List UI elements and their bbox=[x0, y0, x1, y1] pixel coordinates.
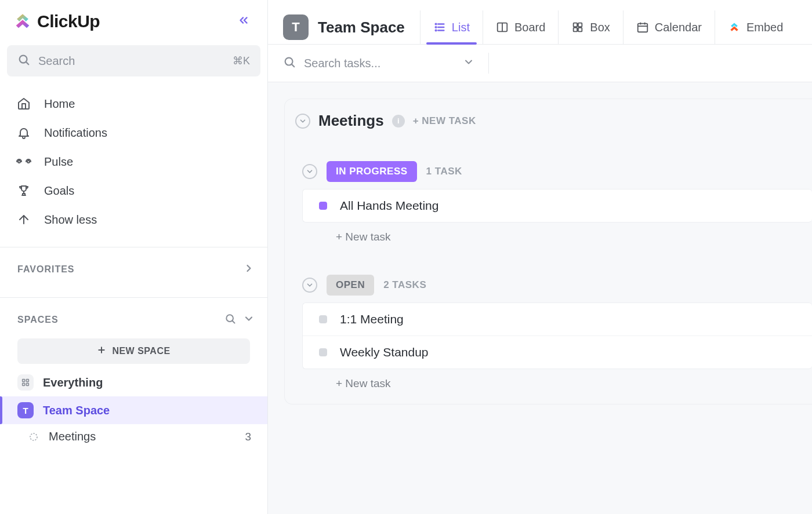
view-tab-box[interactable]: Box bbox=[558, 10, 622, 44]
space-title: Team Space bbox=[318, 19, 405, 37]
svg-point-19 bbox=[435, 30, 436, 31]
new-space-button[interactable]: NEW SPACE bbox=[17, 338, 250, 364]
filter-bar bbox=[268, 45, 812, 82]
space-team-space[interactable]: T Team Space bbox=[0, 396, 267, 424]
task-list: All Hands Meeting bbox=[302, 189, 812, 223]
chevron-right-icon bbox=[243, 263, 255, 276]
favorites-header[interactable]: FAVORITES bbox=[0, 247, 267, 285]
content-area: Meetings i + NEW TASK IN PROGRESS 1 TASK bbox=[268, 82, 812, 514]
svg-line-6 bbox=[233, 321, 235, 323]
trophy-icon bbox=[16, 183, 31, 198]
nav-home[interactable]: Home bbox=[6, 89, 262, 118]
status-pill[interactable]: OPEN bbox=[327, 275, 374, 296]
status-pill[interactable]: IN PROGRESS bbox=[327, 161, 417, 182]
svg-point-13 bbox=[30, 433, 37, 440]
pulse-icon bbox=[16, 154, 31, 169]
plus-icon bbox=[97, 345, 106, 357]
collapse-list-button[interactable] bbox=[295, 114, 310, 129]
status-header: IN PROGRESS 1 TASK bbox=[302, 161, 812, 182]
board-icon bbox=[496, 21, 509, 34]
info-icon[interactable]: i bbox=[392, 115, 405, 127]
view-tab-label: Board bbox=[514, 21, 545, 34]
nav-label: Goals bbox=[44, 184, 74, 198]
task-name: 1:1 Meeting bbox=[340, 312, 404, 326]
search-shortcut-label: ⌘K bbox=[233, 54, 250, 67]
list-header: Meetings i + NEW TASK bbox=[285, 108, 812, 138]
svg-rect-22 bbox=[574, 23, 577, 27]
sidebar: ClickUp ⌘K Home bbox=[0, 0, 268, 514]
sidebar-search-input[interactable] bbox=[38, 54, 224, 68]
list-bullet-icon bbox=[28, 431, 39, 443]
status-dot-icon[interactable] bbox=[319, 202, 327, 210]
status-header: OPEN 2 TASKS bbox=[302, 275, 812, 296]
brand-logo[interactable]: ClickUp bbox=[13, 12, 100, 31]
nav-label: Pulse bbox=[44, 155, 73, 169]
nav-show-less[interactable]: Show less bbox=[6, 205, 262, 234]
divider bbox=[488, 53, 489, 74]
svg-line-31 bbox=[292, 64, 294, 67]
svg-rect-23 bbox=[578, 23, 582, 27]
search-icon[interactable] bbox=[224, 313, 236, 327]
collapse-sidebar-button[interactable] bbox=[234, 12, 253, 31]
view-tab-calendar[interactable]: Calendar bbox=[623, 10, 715, 44]
svg-point-17 bbox=[435, 24, 436, 25]
nav-label: Notifications bbox=[44, 126, 107, 140]
spaces-header[interactable]: SPACES bbox=[0, 298, 267, 335]
task-search-input[interactable] bbox=[304, 57, 455, 70]
list-label: Meetings bbox=[49, 430, 235, 443]
space-breadcrumb[interactable]: T Team Space bbox=[283, 14, 420, 40]
nav-pulse[interactable]: Pulse bbox=[6, 147, 262, 176]
view-tab-board[interactable]: Board bbox=[483, 10, 558, 44]
nav-goals[interactable]: Goals bbox=[6, 176, 262, 205]
svg-rect-25 bbox=[578, 28, 582, 31]
collapse-group-button[interactable] bbox=[302, 164, 317, 179]
add-task-button[interactable]: + New task bbox=[302, 223, 812, 251]
box-icon bbox=[571, 21, 584, 34]
task-row[interactable]: All Hands Meeting bbox=[303, 189, 812, 222]
topbar: T Team Space List Board bbox=[268, 0, 812, 45]
list-title: Meetings bbox=[318, 112, 384, 130]
filter-dropdown-toggle[interactable] bbox=[463, 56, 474, 70]
clickup-logo-icon bbox=[13, 12, 32, 31]
task-row[interactable]: 1:1 Meeting bbox=[303, 303, 812, 336]
brand-name: ClickUp bbox=[37, 12, 100, 31]
search-icon bbox=[17, 53, 30, 68]
chevron-down-icon[interactable] bbox=[243, 313, 255, 327]
task-row[interactable]: Weekly Standup bbox=[303, 336, 812, 369]
status-dot-icon[interactable] bbox=[319, 348, 327, 356]
favorites-title: FAVORITES bbox=[17, 264, 75, 275]
list-meetings[interactable]: Meetings 3 bbox=[0, 424, 267, 449]
task-name: All Hands Meeting bbox=[340, 199, 438, 213]
space-avatar: T bbox=[283, 14, 309, 40]
nav-label: Show less bbox=[44, 213, 97, 227]
spaces-header-actions bbox=[224, 313, 255, 327]
new-task-header-button[interactable]: + NEW TASK bbox=[413, 115, 476, 127]
svg-point-2 bbox=[18, 161, 20, 163]
space-label: Team Space bbox=[43, 404, 110, 417]
add-task-button[interactable]: + New task bbox=[302, 369, 812, 398]
view-tab-label: Embed bbox=[746, 21, 783, 34]
status-dot-icon[interactable] bbox=[319, 315, 327, 323]
task-count: 1 TASK bbox=[426, 166, 462, 177]
spaces-title: SPACES bbox=[17, 315, 59, 325]
nav-notifications[interactable]: Notifications bbox=[6, 118, 262, 147]
space-everything[interactable]: Everything bbox=[0, 369, 267, 396]
grid-icon bbox=[17, 374, 34, 391]
chevron-double-left-icon bbox=[237, 14, 250, 29]
view-tab-embed[interactable]: Embed bbox=[715, 10, 796, 44]
nav-label: Home bbox=[44, 97, 75, 111]
collapse-group-button[interactable] bbox=[302, 278, 317, 293]
arrow-up-icon bbox=[16, 212, 31, 227]
view-tab-list[interactable]: List bbox=[420, 10, 483, 44]
search-icon bbox=[283, 56, 296, 71]
sidebar-header: ClickUp bbox=[0, 0, 267, 41]
status-group-open: OPEN 2 TASKS 1:1 Meeting Weekly Standup … bbox=[302, 275, 812, 398]
main: T Team Space List Board bbox=[268, 0, 812, 514]
svg-point-3 bbox=[27, 161, 30, 163]
sidebar-search[interactable]: ⌘K bbox=[7, 45, 260, 76]
view-tab-label: Calendar bbox=[655, 21, 702, 34]
home-icon bbox=[16, 96, 31, 111]
list-panel: Meetings i + NEW TASK IN PROGRESS 1 TASK bbox=[284, 99, 812, 404]
svg-rect-26 bbox=[638, 24, 648, 32]
list-icon bbox=[433, 21, 446, 34]
